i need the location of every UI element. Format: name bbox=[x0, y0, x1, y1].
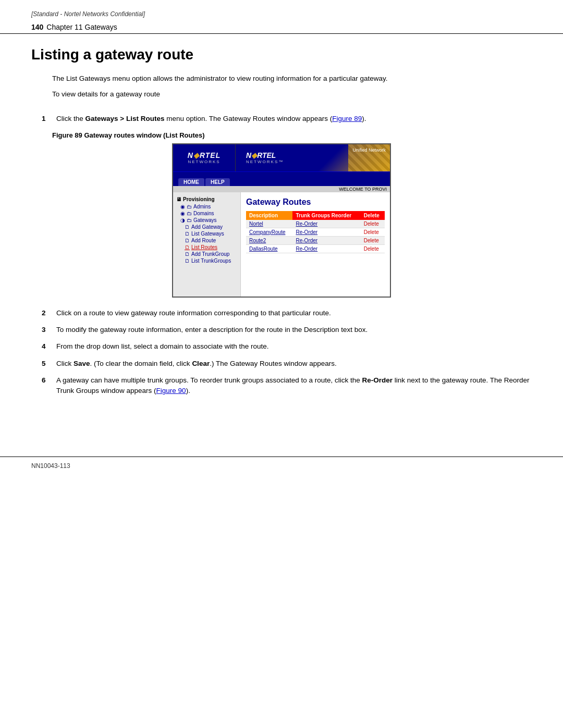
row-2-desc[interactable]: CompanyRoute bbox=[246, 228, 292, 236]
add-route-doc-icon: 🗋 bbox=[185, 238, 190, 243]
list-trunk-doc-icon: 🗋 bbox=[185, 258, 190, 264]
col-description: Description bbox=[246, 211, 292, 220]
admins-folder-icon: 🗀 bbox=[187, 204, 192, 209]
add-gateway-label: Add Gateway bbox=[191, 224, 223, 230]
page-wrapper: [Standard - Nortel Networks Confidential… bbox=[0, 0, 563, 475]
logo-left-line1: N◆RTEL bbox=[188, 151, 221, 159]
figure-89-link[interactable]: Figure 89 bbox=[332, 115, 362, 122]
confidential-label: [Standard - Nortel Networks Confidential… bbox=[31, 10, 145, 18]
screenshot-box: N◆RTEL NETWORKS N◆RTEL NETWORKS™ Unified… bbox=[172, 143, 391, 298]
screenshot-container: N◆RTEL NETWORKS N◆RTEL NETWORKS™ Unified… bbox=[31, 143, 532, 298]
step-6-text: A gateway can have multiple trunk groups… bbox=[56, 375, 532, 397]
row-2-delete[interactable]: Delete bbox=[361, 228, 385, 236]
step-6: 6 A gateway can have multiple trunk grou… bbox=[42, 375, 532, 397]
step-2: 2 Click on a route to view gateway route… bbox=[42, 308, 532, 318]
figure-label: Figure 89 Gateway routes window (List Ro… bbox=[52, 131, 532, 139]
row-1-desc[interactable]: Nortel bbox=[246, 220, 292, 228]
left-nav: 🖥 Provisioning ◉ 🗀 Admins ◉ 🗀 Domains bbox=[173, 192, 241, 297]
step-1-text: Click the Gateways > List Routes menu op… bbox=[56, 114, 532, 124]
nav-domains[interactable]: ◉ 🗀 Domains bbox=[180, 211, 237, 216]
gateways-expand-icon: ◑ bbox=[180, 217, 185, 223]
step-list-2: 2 Click on a route to view gateway route… bbox=[42, 308, 532, 397]
provisioning-label: Provisioning bbox=[183, 196, 215, 202]
logo-right-line2: NETWORKS™ bbox=[246, 159, 284, 164]
add-gateway-doc-icon: 🗋 bbox=[185, 224, 190, 230]
step-3-text: To modify the gateway route information,… bbox=[56, 325, 532, 335]
domains-expand-icon: ◉ bbox=[180, 211, 185, 216]
figure-label-text: Figure 89 Gateway routes window (List Ro… bbox=[52, 131, 205, 139]
unified-text: Unified Network bbox=[352, 147, 386, 153]
nortel-logo-right: N◆RTEL NETWORKS™ Unified Network bbox=[236, 144, 390, 171]
chapter-num: 140 bbox=[31, 23, 43, 31]
nav-tab-help[interactable]: HELP bbox=[205, 178, 230, 186]
nortel-nav: HOME HELP bbox=[173, 171, 390, 186]
chapter-title: Chapter 11 Gateways bbox=[46, 23, 117, 31]
list-routes-label: List Routes bbox=[191, 244, 217, 250]
row-1-delete[interactable]: Delete bbox=[361, 220, 385, 228]
row-1-reorder[interactable]: Re-Order bbox=[292, 220, 360, 228]
add-trunk-doc-icon: 🗋 bbox=[185, 251, 190, 257]
chapter-bar: 140 Chapter 11 Gateways bbox=[0, 21, 563, 34]
step-3: 3 To modify the gateway route informatio… bbox=[42, 325, 532, 335]
step-5-text: Click Save. (To clear the domain field, … bbox=[56, 359, 532, 369]
domains-label: Domains bbox=[193, 211, 214, 216]
col-trunk-reorder: Trunk Groups Reorder bbox=[292, 211, 360, 220]
row-3-reorder[interactable]: Re-Order bbox=[292, 236, 360, 244]
routes-table-header-row: Description Trunk Groups Reorder Delete bbox=[246, 211, 385, 220]
step-2-num: 2 bbox=[42, 308, 50, 318]
content-area: Listing a gateway route The List Gateway… bbox=[0, 34, 563, 415]
table-row: Route2 Re-Order Delete bbox=[246, 236, 385, 244]
figure-90-link[interactable]: Figure 90 bbox=[156, 387, 186, 394]
intro-p1: The List Gateways menu option allows the… bbox=[52, 73, 532, 84]
list-gateways-label: List Gateways bbox=[191, 231, 224, 237]
table-row: Nortel Re-Order Delete bbox=[246, 220, 385, 228]
row-4-reorder[interactable]: Re-Order bbox=[292, 244, 360, 253]
routes-table: Description Trunk Groups Reorder Delete … bbox=[246, 211, 385, 253]
row-3-desc[interactable]: Route2 bbox=[246, 236, 292, 244]
step-3-num: 3 bbox=[42, 325, 50, 335]
step-list: 1 Click the Gateways > List Routes menu … bbox=[42, 114, 532, 124]
gateway-routes-title: Gateway Routes bbox=[246, 198, 385, 207]
step-1: 1 Click the Gateways > List Routes menu … bbox=[42, 114, 532, 124]
gateways-folder-icon: 🗀 bbox=[187, 217, 192, 223]
nav-list-gateways[interactable]: 🗋 List Gateways bbox=[185, 231, 237, 237]
welcome-bar: WELCOME TO PROVI bbox=[173, 186, 390, 192]
intro-p2: To view details for a gateway route bbox=[52, 89, 532, 100]
row-4-desc[interactable]: DallasRoute bbox=[246, 244, 292, 253]
add-route-label: Add Route bbox=[191, 238, 216, 243]
row-2-reorder[interactable]: Re-Order bbox=[292, 228, 360, 236]
nav-add-trunk-group[interactable]: 🗋 Add TrunkGroup bbox=[185, 251, 237, 257]
list-gateways-doc-icon: 🗋 bbox=[185, 231, 190, 237]
routes-table-body: Nortel Re-Order Delete CompanyRoute Re-O… bbox=[246, 220, 385, 253]
nav-add-route[interactable]: 🗋 Add Route bbox=[185, 238, 237, 243]
intro-block: The List Gateways menu option allows the… bbox=[52, 73, 532, 100]
step-5: 5 Click Save. (To clear the domain field… bbox=[42, 359, 532, 369]
nav-provisioning: 🖥 Provisioning bbox=[176, 196, 237, 202]
nav-list-trunk-groups[interactable]: 🗋 List TrunkGroups bbox=[185, 258, 237, 264]
step-2-text: Click on a route to view gateway route i… bbox=[56, 308, 532, 318]
table-row: CompanyRoute Re-Order Delete bbox=[246, 228, 385, 236]
domains-folder-icon: 🗀 bbox=[187, 211, 192, 216]
nav-add-gateway[interactable]: 🗋 Add Gateway bbox=[185, 224, 237, 230]
col-delete: Delete bbox=[361, 211, 385, 220]
row-4-delete[interactable]: Delete bbox=[361, 244, 385, 253]
add-trunk-label: Add TrunkGroup bbox=[191, 251, 229, 257]
routes-table-head: Description Trunk Groups Reorder Delete bbox=[246, 211, 385, 220]
nav-gateways[interactable]: ◑ 🗀 Gateways bbox=[180, 217, 237, 223]
list-trunk-label: List TrunkGroups bbox=[191, 258, 231, 264]
nortel-header: N◆RTEL NETWORKS N◆RTEL NETWORKS™ Unified… bbox=[173, 144, 390, 171]
step-4-num: 4 bbox=[42, 341, 50, 352]
doc-header: [Standard - Nortel Networks Confidential… bbox=[0, 0, 563, 21]
logo-right-text: N◆RTEL NETWORKS™ bbox=[241, 151, 284, 164]
admins-label: Admins bbox=[193, 204, 211, 209]
step-4-text: From the drop down list, select a domain… bbox=[56, 341, 532, 352]
doc-id: NN10043-113 bbox=[31, 462, 70, 470]
row-3-delete[interactable]: Delete bbox=[361, 236, 385, 244]
nav-tab-home[interactable]: HOME bbox=[178, 178, 204, 186]
step-4: 4 From the drop down list, select a doma… bbox=[42, 341, 532, 352]
nav-admins[interactable]: ◉ 🗀 Admins bbox=[180, 204, 237, 209]
step-1-num: 1 bbox=[42, 114, 50, 124]
step-6-num: 6 bbox=[42, 375, 50, 397]
nav-list-routes[interactable]: 🗋 List Routes bbox=[185, 244, 237, 250]
nortel-logo-left: N◆RTEL NETWORKS bbox=[173, 144, 236, 171]
